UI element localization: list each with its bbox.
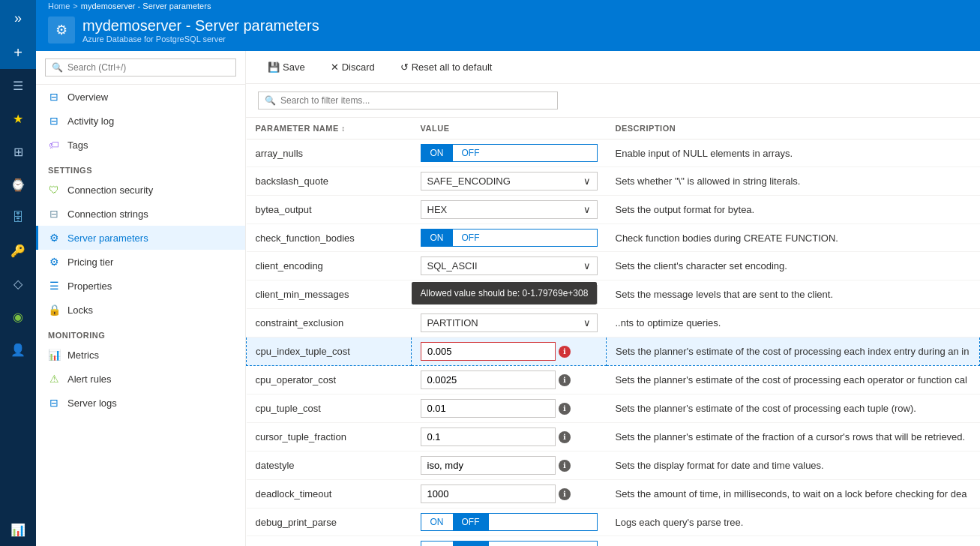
- toggle-on-button[interactable]: ON: [421, 514, 453, 530]
- inner-layout: Home > mydemoserver - Server parameters …: [36, 0, 980, 546]
- database-icon[interactable]: 🗄: [0, 201, 36, 234]
- circle-icon[interactable]: ◉: [0, 300, 36, 333]
- param-description-cell: Sets the client's character set encoding…: [607, 252, 980, 280]
- sidebar-search-input[interactable]: [67, 62, 229, 73]
- sidebar-label-connection-strings: Connection strings: [67, 208, 148, 220]
- sidebar-item-alert-rules[interactable]: ⚠ Alert rules: [36, 367, 245, 391]
- filter-search-icon: 🔍: [265, 95, 276, 106]
- table-row: backslash_quoteSAFE_ENCODING∨Sets whethe…: [247, 167, 980, 196]
- table-row: debug_print_parseONOFFLogs each query's …: [247, 508, 980, 536]
- chevron-down-icon: ∨: [583, 204, 591, 215]
- col-label-param-name: PARAMETER NAME: [256, 124, 339, 133]
- param-input-group: ℹ: [421, 370, 598, 389]
- param-input-group: ℹ: [421, 456, 598, 475]
- param-description-cell: Sets the planner's estimate of the fract…: [607, 423, 980, 452]
- table-row: array_nullsONOFFEnable input of NULL ele…: [247, 140, 980, 167]
- col-header-value: VALUE: [412, 118, 607, 140]
- param-name-cell: constraint_exclusion: [247, 309, 412, 338]
- col-header-param-name: PARAMETER NAME ↕: [247, 118, 412, 140]
- person-icon[interactable]: 👤: [0, 333, 36, 366]
- param-text-input[interactable]: [421, 399, 556, 418]
- sidebar-item-metrics[interactable]: 📊 Metrics: [36, 343, 245, 367]
- param-text-input[interactable]: [421, 484, 556, 503]
- table-row: cpu_tuple_costℹSets the planner's estima…: [247, 394, 980, 423]
- icon-bar: » + ☰ ★ ⊞ ⌚ 🗄 🔑 ◇ ◉ 👤 📊: [0, 0, 36, 546]
- col-label-description: DESCRIPTION: [616, 124, 676, 133]
- param-text-input[interactable]: [421, 428, 556, 446]
- chart-icon[interactable]: 📊: [0, 513, 36, 546]
- col-label-value: VALUE: [421, 124, 450, 133]
- key-icon[interactable]: 🔑: [0, 234, 36, 267]
- param-text-input[interactable]: [421, 370, 556, 389]
- add-button[interactable]: +: [0, 36, 36, 69]
- diamond-icon[interactable]: ◇: [0, 267, 36, 300]
- sidebar-item-pricing-tier[interactable]: ⚙ Pricing tier: [36, 250, 245, 274]
- sidebar-item-label-activity: Activity log: [67, 116, 114, 127]
- server-logs-icon: ⊟: [48, 397, 60, 409]
- sidebar-label-properties: Properties: [67, 280, 112, 292]
- sidebar-item-connection-strings[interactable]: ⊟ Connection strings: [36, 202, 245, 226]
- param-name-cell: cursor_tuple_fraction: [247, 423, 412, 452]
- info-icon[interactable]: ℹ: [559, 431, 571, 443]
- sidebar-item-server-logs[interactable]: ⊟ Server logs: [36, 391, 245, 415]
- info-icon[interactable]: ℹ: [559, 346, 571, 358]
- toggle-off-button[interactable]: OFF: [453, 230, 489, 246]
- sidebar-item-tags[interactable]: 🏷 Tags: [36, 133, 245, 157]
- param-name-cell: cpu_operator_cost: [247, 366, 412, 394]
- info-icon[interactable]: ℹ: [559, 403, 571, 415]
- toggle-on-button[interactable]: ON: [421, 230, 453, 246]
- param-name-cell: cpu_index_tuple_cost: [247, 338, 412, 366]
- pricing-tier-icon: ⚙: [48, 256, 60, 268]
- param-select[interactable]: SAFE_ENCODING∨: [421, 172, 598, 190]
- param-description-cell: Sets the display format for date and tim…: [607, 452, 980, 480]
- select-value-text: HEX: [427, 204, 448, 215]
- toggle-off-button[interactable]: OFF: [453, 514, 489, 530]
- page-subtitle: Azure Database for PostgreSQL server: [82, 34, 319, 44]
- info-icon[interactable]: ℹ: [559, 460, 571, 472]
- filter-input[interactable]: [280, 95, 551, 106]
- sidebar-item-properties[interactable]: ☰ Properties: [36, 274, 245, 298]
- param-text-input[interactable]: [421, 342, 556, 361]
- param-select[interactable]: PARTITION∨: [421, 314, 598, 332]
- param-value-cell: PARTITION∨Allowed value should be: 0-1.7…: [412, 309, 607, 338]
- param-name-cell: datestyle: [247, 452, 412, 480]
- info-icon[interactable]: ℹ: [559, 374, 571, 386]
- table-area: 🔍 PARAMETER NAME ↕: [246, 84, 980, 546]
- sidebar-item-server-parameters[interactable]: ⚙ Server parameters: [36, 226, 245, 250]
- info-icon[interactable]: ℹ: [559, 488, 571, 500]
- reset-icon: ↺: [400, 62, 409, 73]
- activity-icon[interactable]: ⌚: [0, 168, 36, 201]
- discard-button[interactable]: ✕ Discard: [321, 57, 385, 77]
- sidebar-item-connection-security[interactable]: 🛡 Connection security: [36, 178, 245, 202]
- toggle-on-button[interactable]: ON: [421, 542, 453, 546]
- filter-input-box[interactable]: 🔍: [258, 92, 558, 110]
- param-select[interactable]: HEX∨: [421, 200, 598, 219]
- reset-button[interactable]: ↺ Reset all to default: [391, 57, 502, 77]
- param-value-cell: ℹ: [412, 394, 607, 423]
- table-row: bytea_outputHEX∨Sets the output format f…: [247, 196, 980, 224]
- expand-button[interactable]: »: [0, 0, 36, 36]
- sidebar-item-locks[interactable]: 🔒 Locks: [36, 298, 245, 322]
- sort-icon-param-name[interactable]: ↕: [341, 124, 346, 133]
- hamburger-icon[interactable]: ☰: [0, 69, 36, 102]
- toggle-off-button[interactable]: OFF: [453, 542, 489, 546]
- param-input-group: ℹ: [421, 484, 598, 503]
- favorites-icon[interactable]: ★: [0, 102, 36, 135]
- param-select[interactable]: SQL_ASCII∨: [421, 256, 598, 275]
- toggle-group: ONOFF: [421, 541, 598, 546]
- sidebar-item-activity-log[interactable]: ⊟ Activity log: [36, 109, 245, 133]
- toggle-on-button[interactable]: ON: [421, 145, 453, 161]
- sidebar: 🔍 ⊟ Overview ⊟ Activity log 🏷 Tags SETTI…: [36, 51, 246, 546]
- breadcrumb-home[interactable]: Home: [48, 2, 70, 10]
- discard-label: Discard: [342, 62, 375, 73]
- tooltip-box: Allowed value should be: 0-1.79769e+308: [412, 282, 598, 304]
- col-header-description: DESCRIPTION: [607, 118, 980, 140]
- content-area: 🔍 ⊟ Overview ⊟ Activity log 🏷 Tags SETTI…: [36, 51, 980, 546]
- dashboard-icon[interactable]: ⊞: [0, 135, 36, 168]
- breadcrumb-sep1: >: [73, 2, 77, 10]
- sidebar-item-overview[interactable]: ⊟ Overview: [36, 85, 245, 109]
- param-text-input[interactable]: [421, 456, 556, 475]
- save-button[interactable]: 💾 Save: [258, 57, 315, 77]
- toggle-off-button[interactable]: OFF: [453, 145, 489, 161]
- sidebar-search-box[interactable]: 🔍: [45, 58, 236, 76]
